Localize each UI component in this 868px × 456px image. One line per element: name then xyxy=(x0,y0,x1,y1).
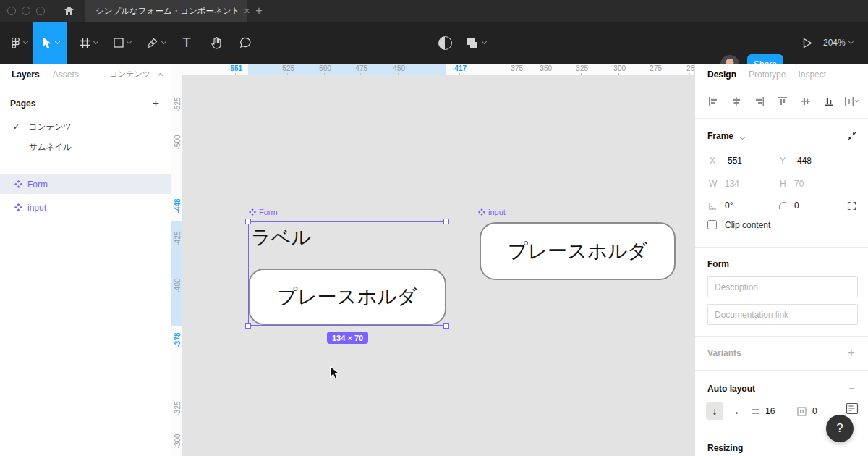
align-top-icon[interactable] xyxy=(777,96,788,107)
add-page-button[interactable]: + xyxy=(153,97,159,110)
ruler-label: -500 xyxy=(174,128,182,157)
tab-close-icon[interactable]: × xyxy=(244,6,250,16)
boolean-union-icon xyxy=(466,36,479,49)
w-value[interactable]: 134 xyxy=(725,179,739,189)
ruler-label: -551 xyxy=(228,64,242,72)
main-menu-button[interactable] xyxy=(6,22,32,64)
selection-handle-sw[interactable] xyxy=(245,323,251,329)
ruler-label: -300 xyxy=(174,427,182,456)
sidebar-header: Layers Assets コンテンツ xyxy=(0,64,171,85)
direction-vertical-button[interactable]: ↓ xyxy=(706,402,723,420)
input-component[interactable]: プレースホルダ xyxy=(480,222,676,280)
contrast-icon xyxy=(438,36,452,50)
component-icon xyxy=(478,208,485,216)
variants-section-title: Variants xyxy=(707,348,741,358)
text-tool-button[interactable]: T xyxy=(176,22,197,64)
collapse-icon[interactable] xyxy=(846,130,858,142)
ruler-label: -300 xyxy=(611,64,626,72)
chevron-down-icon[interactable] xyxy=(740,135,745,140)
padding-value[interactable]: 0 xyxy=(812,406,817,416)
item-spacing-value[interactable]: 16 xyxy=(765,406,775,416)
input-instance-tag[interactable]: input xyxy=(478,208,506,216)
page-item-thumbnail[interactable]: サムネイル xyxy=(0,138,171,156)
align-left-icon[interactable] xyxy=(707,96,719,107)
ruler-label: -475 xyxy=(353,64,367,72)
tab-design[interactable]: Design xyxy=(707,69,736,80)
tab-inspect[interactable]: Inspect xyxy=(798,69,826,80)
align-bottom-icon[interactable] xyxy=(823,96,835,107)
window-controls[interactable] xyxy=(7,7,45,15)
pen-tool-button[interactable] xyxy=(140,22,172,64)
resizing-section-title: Resizing xyxy=(707,443,743,453)
contrast-toggle-button[interactable] xyxy=(437,22,453,64)
toolbar: T Share xyxy=(0,22,868,64)
description-input[interactable] xyxy=(707,276,858,297)
page-item-label: サムネイル xyxy=(29,142,72,153)
selection-outline[interactable] xyxy=(248,221,446,326)
shape-tool-button[interactable] xyxy=(107,22,137,64)
tab-assets[interactable]: Assets xyxy=(53,69,79,80)
text-tool-icon: T xyxy=(182,35,191,51)
layer-row-form[interactable]: Form xyxy=(0,174,171,194)
component-icon xyxy=(14,203,22,211)
page-dropdown[interactable]: コンテンツ xyxy=(110,69,162,80)
documentation-link-input[interactable] xyxy=(707,304,858,325)
tab-layers[interactable]: Layers xyxy=(12,69,40,80)
remove-auto-layout-button[interactable]: − xyxy=(848,382,855,394)
panel-tabs: Design Prototype Inspect xyxy=(695,64,868,85)
figma-logo-icon xyxy=(11,37,20,49)
rotation-value[interactable]: 0° xyxy=(725,200,733,211)
form-section-title: Form xyxy=(707,259,729,269)
ruler-label: -417 xyxy=(452,64,467,72)
document-tab[interactable]: シンプルなフォーム・コンポーネント × xyxy=(85,0,247,22)
window-close-icon[interactable] xyxy=(7,7,16,15)
padding-icon xyxy=(796,406,807,417)
selection-handle-ne[interactable] xyxy=(443,219,449,224)
auto-layout-section-title: Auto layout xyxy=(707,384,755,394)
boolean-ops-button[interactable] xyxy=(460,22,492,64)
add-variant-button[interactable]: + xyxy=(848,346,855,360)
frame-tool-icon xyxy=(80,38,90,48)
hand-tool-button[interactable] xyxy=(205,22,227,64)
page-item-label: コンテンツ xyxy=(29,122,72,132)
window-maximize-icon[interactable] xyxy=(36,7,45,15)
selection-handle-nw[interactable] xyxy=(245,219,251,224)
corner-radius-icon xyxy=(778,200,788,211)
help-button[interactable]: ? xyxy=(826,415,854,442)
frame-tool-button[interactable] xyxy=(72,22,104,64)
left-sidebar: Layers Assets コンテンツ Pages + ✓ コンテンツ サムネイ… xyxy=(0,64,171,456)
home-icon[interactable] xyxy=(64,6,75,16)
align-right-icon[interactable] xyxy=(754,96,765,107)
comment-tool-button[interactable] xyxy=(234,22,256,64)
align-vertical-centers-icon[interactable] xyxy=(800,96,812,107)
layer-row-input[interactable]: input xyxy=(0,198,171,217)
h-value[interactable]: 70 xyxy=(794,179,804,189)
page-dropdown-label: コンテンツ xyxy=(110,69,150,80)
clip-content-checkbox[interactable] xyxy=(707,220,717,229)
x-value[interactable]: -551 xyxy=(725,156,742,166)
move-tool-button[interactable] xyxy=(33,22,67,64)
document-title: シンプルなフォーム・コンポーネント xyxy=(95,6,239,17)
layer-label: Form xyxy=(27,180,48,190)
selection-handle-se[interactable] xyxy=(443,323,449,329)
y-value[interactable]: -448 xyxy=(794,156,812,166)
alignment-box-icon[interactable] xyxy=(846,402,859,415)
figma-app: シンプルなフォーム・コンポーネント × + xyxy=(0,0,868,456)
zoom-menu[interactable]: 204% xyxy=(823,22,853,64)
h-label: H xyxy=(780,179,786,189)
ruler-label: -275 xyxy=(647,64,662,72)
pen-tool-icon xyxy=(147,37,158,48)
component-icon xyxy=(249,208,256,216)
align-horizontal-centers-icon[interactable] xyxy=(731,96,742,107)
zoom-level: 204% xyxy=(823,38,846,48)
form-frame-tag[interactable]: Form xyxy=(249,208,278,216)
tab-prototype[interactable]: Prototype xyxy=(749,69,786,80)
independent-corners-icon[interactable] xyxy=(846,200,857,211)
direction-horizontal-button[interactable]: → xyxy=(726,402,744,420)
new-tab-button[interactable]: + xyxy=(252,3,266,19)
corner-radius-value[interactable]: 0 xyxy=(794,200,799,211)
distribute-more-icon[interactable] xyxy=(843,96,859,107)
window-minimize-icon[interactable] xyxy=(22,7,30,15)
present-button[interactable] xyxy=(799,22,816,64)
page-item-contents[interactable]: ✓ コンテンツ xyxy=(0,117,171,136)
